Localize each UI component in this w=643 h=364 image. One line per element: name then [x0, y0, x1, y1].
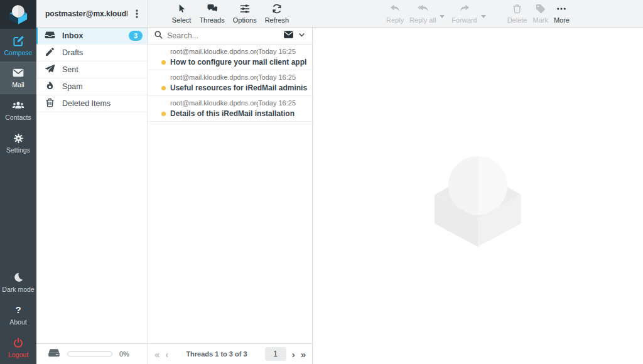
select-button[interactable]: Select — [172, 3, 192, 24]
account-header: postmaster@mx.kloudke.dp… — [36, 0, 148, 28]
reply-all-label: Reply all — [409, 16, 436, 24]
options-button[interactable]: Options — [233, 3, 257, 24]
delete-label: Delete — [507, 16, 527, 24]
mark-button[interactable]: Mark — [532, 3, 548, 24]
threads-button[interactable]: Threads — [199, 3, 224, 24]
roundcube-logo-icon — [7, 2, 30, 27]
trash-icon — [45, 97, 55, 110]
refresh-button[interactable]: Refresh — [265, 3, 289, 24]
disk-icon — [48, 348, 60, 360]
folder-sent[interactable]: Sent — [36, 62, 148, 78]
account-menu-kebab-icon[interactable] — [129, 6, 145, 21]
folder-drafts[interactable]: Drafts — [36, 45, 148, 62]
pointer-icon — [176, 3, 186, 14]
taskbar-spacer — [0, 159, 36, 266]
message-subject: How to configure your mail client applic… — [170, 58, 307, 67]
logout-button[interactable]: Logout — [0, 331, 36, 364]
compose-button[interactable]: Compose — [0, 29, 36, 62]
quota-footer: 0% — [36, 343, 148, 364]
sliders-icon — [239, 3, 251, 14]
threads-label: Threads — [199, 16, 224, 24]
folder-inbox[interactable]: Inbox 3 — [36, 28, 148, 45]
quota-progress-bar — [67, 351, 112, 356]
more-button[interactable]: More — [554, 3, 570, 24]
forward-dropdown-caret[interactable] — [481, 15, 486, 18]
about-button[interactable]: ? About — [0, 299, 36, 331]
message-subject: Details of this iRedMail installation — [170, 109, 294, 118]
contacts-icon — [11, 99, 25, 112]
reply-all-dropdown-caret[interactable] — [440, 15, 445, 18]
reply-arrow-icon — [389, 3, 401, 14]
prev-page-button[interactable]: ‹ — [165, 350, 168, 359]
sync-arrows-icon — [271, 3, 283, 14]
reply-label: Reply — [386, 16, 404, 24]
reply-button[interactable]: Reply — [386, 3, 404, 24]
folder-spam[interactable]: Spam — [36, 78, 148, 95]
message-date: Today 16:25 — [258, 48, 307, 55]
search-options-chevron-down-icon[interactable] — [298, 30, 306, 41]
nav-mail[interactable]: Mail — [0, 62, 36, 94]
options-label: Options — [233, 16, 257, 24]
main-area: Select Threads — [148, 0, 643, 364]
search-scope-envelope-icon[interactable] — [283, 30, 294, 41]
nav-settings-label: Settings — [6, 146, 30, 154]
folder-name: Drafts — [62, 48, 143, 57]
message-sender: root@mail.kloudke.dpdns.org — [170, 73, 258, 81]
message-toolbar: Reply Reply all Forward — [313, 0, 643, 27]
folder-list: Inbox 3 Drafts Sent — [36, 28, 148, 343]
app-logo — [0, 0, 36, 29]
message-row[interactable]: root@mail.kloudke.dpdns.org Today 16:25 … — [148, 70, 312, 96]
taskbar: Compose Mail Contacts — [0, 0, 36, 364]
tag-icon — [535, 3, 546, 14]
message-row[interactable]: root@mail.kloudke.dpdns.org Today 16:25 … — [148, 96, 312, 122]
nav-contacts-label: Contacts — [5, 114, 31, 121]
reply-all-arrow-icon — [416, 3, 430, 14]
forward-button[interactable]: Forward — [451, 3, 477, 24]
folder-name: Spam — [62, 82, 143, 91]
nav-contacts[interactable]: Contacts — [0, 94, 36, 127]
ellipsis-icon — [555, 3, 568, 14]
roundcube-watermark-icon — [425, 141, 531, 250]
magnifier-icon — [154, 30, 163, 42]
list-toolbar: Select Threads — [148, 0, 313, 27]
chat-bubbles-icon — [206, 3, 219, 14]
compose-icon — [13, 35, 24, 47]
flame-icon — [45, 80, 55, 93]
first-page-button[interactable]: « — [154, 350, 159, 359]
unread-dot-icon — [161, 112, 166, 116]
last-page-button[interactable]: » — [301, 350, 306, 359]
moon-icon — [13, 271, 24, 284]
pencil-icon — [45, 46, 55, 59]
dark-mode-toggle[interactable]: Dark mode — [0, 266, 36, 299]
search-input[interactable] — [167, 31, 279, 40]
message-list: root@mail.kloudke.dpdns.org Today 16:25 … — [148, 45, 312, 343]
paper-plane-icon — [45, 63, 55, 76]
message-date: Today 16:25 — [258, 99, 307, 107]
power-icon — [13, 336, 24, 349]
message-row[interactable]: root@mail.kloudke.dpdns.org Today 16:25 … — [148, 45, 312, 70]
next-page-button[interactable]: › — [292, 350, 295, 359]
mail-icon — [12, 67, 24, 79]
message-subject: Useful resources for iRedMail administr… — [170, 83, 307, 92]
about-label: About — [9, 318, 26, 326]
folder-name: Deleted Items — [62, 99, 143, 108]
nav-settings[interactable]: Settings — [0, 127, 36, 159]
logout-label: Logout — [8, 351, 28, 358]
unread-count-badge: 3 — [129, 31, 143, 41]
account-email[interactable]: postmaster@mx.kloudke.dp… — [45, 9, 127, 18]
unread-dot-icon — [161, 60, 166, 65]
more-label: More — [554, 16, 570, 24]
toolbar: Select Threads — [148, 0, 643, 28]
reply-all-button[interactable]: Reply all — [409, 3, 436, 24]
folder-deleted-items[interactable]: Deleted Items — [36, 95, 148, 112]
delete-button[interactable]: Delete — [507, 3, 527, 24]
dark-mode-label: Dark mode — [2, 286, 34, 293]
message-sender: root@mail.kloudke.dpdns.org — [170, 48, 258, 55]
pagination-summary: Threads 1 to 3 of 3 — [174, 350, 259, 358]
page-number-input[interactable]: 1 — [265, 347, 286, 361]
folder-name: Inbox — [62, 31, 122, 40]
message-date: Today 16:25 — [258, 73, 307, 81]
message-sender: root@mail.kloudke.dpdns.org — [170, 99, 258, 107]
forward-arrow-icon — [458, 3, 471, 14]
inbox-tray-icon — [45, 29, 55, 42]
